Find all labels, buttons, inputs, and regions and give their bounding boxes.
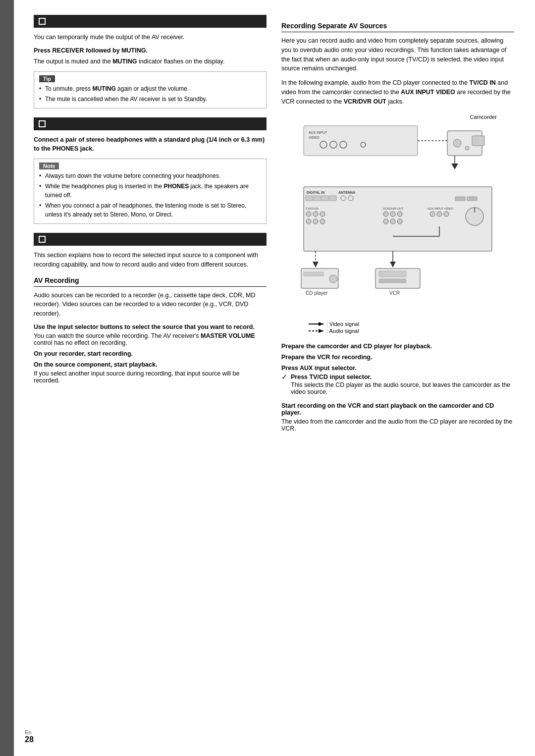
- svg-text:AUX INPUT VIDEO: AUX INPUT VIDEO: [428, 207, 454, 210]
- left-tab: [0, 0, 14, 756]
- svg-point-10: [465, 146, 469, 150]
- svg-point-27: [306, 219, 311, 224]
- rs-step5-bold: Start recording on the VCR and start pla…: [281, 402, 514, 416]
- note-bullet-3: When you connect a pair of headphones, t…: [39, 201, 261, 219]
- svg-rect-43: [455, 197, 465, 201]
- svg-text:VIDEO: VIDEO: [309, 136, 320, 139]
- rs-step5-desc: The video from the camcorder and the aud…: [281, 418, 514, 432]
- note-bullet-2: While the headphones plug is inserted in…: [39, 182, 261, 200]
- section1-body: You can temporarily mute the output of t…: [34, 33, 267, 42]
- checkmark-icon: ✓: [281, 373, 288, 381]
- svg-point-35: [390, 219, 395, 224]
- press-receiver-muting: Press RECEIVER followed by MUTING.: [34, 47, 267, 54]
- tip-box: Tip To unmute, press MUTING again or adj…: [34, 71, 267, 108]
- video-signal-label: : Video signal: [326, 321, 359, 327]
- page: You can temporarily mute the output of t…: [0, 0, 535, 756]
- section2-header: [34, 117, 267, 130]
- tip-bullet-2: The mute is cancelled when the AV receiv…: [39, 95, 261, 104]
- step1-bold: Use the input selector buttons to select…: [34, 324, 267, 330]
- svg-text:AUX INPUT: AUX INPUT: [309, 131, 327, 134]
- press-receiver-bold: RECEIVER: [53, 47, 84, 54]
- svg-rect-20: [329, 196, 336, 201]
- content: You can temporarily mute the output of t…: [14, 0, 535, 756]
- svg-point-53: [329, 275, 337, 283]
- svg-marker-12: [451, 163, 458, 169]
- section3-intro: This section explains how to record the …: [34, 251, 267, 270]
- muting-desc: The output is muted and the MUTING indic…: [34, 57, 267, 66]
- av-recording-desc: Audio sources can be recorded to a recor…: [34, 291, 267, 319]
- press-muting-bold: MUTING.: [121, 47, 148, 54]
- svg-text:CD player: CD player: [306, 290, 328, 296]
- audio-signal-label: : Audio signal: [326, 328, 359, 334]
- svg-point-39: [437, 212, 442, 216]
- svg-marker-60: [319, 322, 323, 326]
- note-box: Note Always turn down the volume before …: [34, 159, 267, 224]
- svg-rect-44: [467, 197, 477, 201]
- note-bullets: Always turn down the volume before conne…: [39, 171, 261, 219]
- av-recording-title: AV Recording: [34, 276, 267, 287]
- tip-bullets: To unmute, press MUTING again or adjust …: [39, 84, 261, 104]
- tip-label: Tip: [39, 75, 55, 82]
- svg-text:VCR: VCR: [389, 290, 400, 296]
- svg-rect-52: [304, 272, 323, 276]
- svg-marker-46: [313, 262, 319, 268]
- svg-point-28: [313, 219, 318, 224]
- rs-step2-bold: Prepare the VCR for recording.: [281, 354, 514, 361]
- svg-point-26: [320, 212, 325, 216]
- svg-point-40: [444, 212, 449, 216]
- svg-rect-8: [472, 136, 484, 146]
- svg-point-24: [306, 212, 311, 216]
- section1-icon: [39, 18, 46, 25]
- rs-step1-bold: Prepare the camcorder and CD player for …: [281, 343, 514, 350]
- rs-step4: ✓ Press TV/CD input selector. This selec…: [281, 374, 514, 398]
- legend-video: : Video signal: [309, 321, 497, 327]
- svg-text:ANTENNA: ANTENNA: [338, 191, 355, 194]
- camcorder-label: Camcorder: [299, 114, 497, 120]
- rs-step4-desc: This selects the CD player as the audio …: [291, 381, 514, 395]
- note-label: Note: [39, 162, 59, 169]
- svg-point-25: [313, 212, 318, 216]
- section2-icon: [39, 120, 46, 127]
- svg-point-32: [390, 212, 395, 216]
- section2-body: Connect a pair of stereo headphones with…: [34, 135, 267, 154]
- section3-icon: [39, 236, 46, 243]
- svg-point-29: [320, 219, 325, 224]
- section3-header: [34, 233, 267, 246]
- svg-point-34: [383, 219, 388, 224]
- svg-point-33: [397, 212, 402, 216]
- svg-point-38: [430, 212, 435, 216]
- svg-marker-48: [390, 262, 396, 268]
- rs-step4-bold: Press TV/CD input selector.: [291, 374, 514, 380]
- en-label: En: [25, 729, 34, 735]
- svg-point-9: [453, 139, 461, 147]
- page-number-area: En 28: [25, 729, 34, 744]
- note-bullet-1: Always turn down the volume before conne…: [39, 171, 261, 180]
- recording-sep-title: Recording Separate AV Sources: [281, 22, 514, 32]
- right-column: Recording Separate AV Sources Here you c…: [281, 15, 514, 736]
- legend-audio: : Audio signal: [309, 328, 497, 334]
- step1-desc: You can watch the source while recording…: [34, 332, 267, 346]
- main-diagram: DIGITAL IN ANTENNA TV/CD IN: [299, 182, 497, 312]
- step2-bold: On your recorder, start recording.: [34, 350, 267, 357]
- recording-sep-intro1: Here you can record audio and video from…: [281, 36, 514, 73]
- svg-point-31: [383, 212, 388, 216]
- camcorder-diagram: Camcorder AUX INPUT VIDEO: [299, 114, 497, 177]
- svg-text:TV/CD IN: TV/CD IN: [306, 207, 319, 210]
- rs-step3-bold: Press AUX input selector.: [281, 365, 514, 372]
- svg-rect-56: [379, 271, 406, 277]
- page-number: 28: [25, 735, 34, 744]
- svg-rect-19: [321, 196, 328, 201]
- section1-header: [34, 15, 267, 28]
- diagram-area: Camcorder AUX INPUT VIDEO: [281, 114, 514, 335]
- svg-rect-57: [379, 279, 406, 283]
- tip-bullet-1: To unmute, press MUTING again or adjust …: [39, 84, 261, 93]
- svg-rect-17: [306, 196, 313, 201]
- step3-bold: On the source component, start playback.: [34, 361, 267, 368]
- legend: : Video signal : Audio signal: [299, 321, 497, 335]
- svg-point-36: [397, 219, 402, 224]
- svg-text:VCR/DVR OUT: VCR/DVR OUT: [383, 207, 404, 210]
- svg-rect-18: [314, 196, 321, 201]
- camcorder-svg: AUX INPUT VIDEO: [299, 121, 497, 175]
- svg-marker-62: [319, 329, 323, 333]
- recording-sep-intro2: In the following example, audio from the…: [281, 78, 514, 106]
